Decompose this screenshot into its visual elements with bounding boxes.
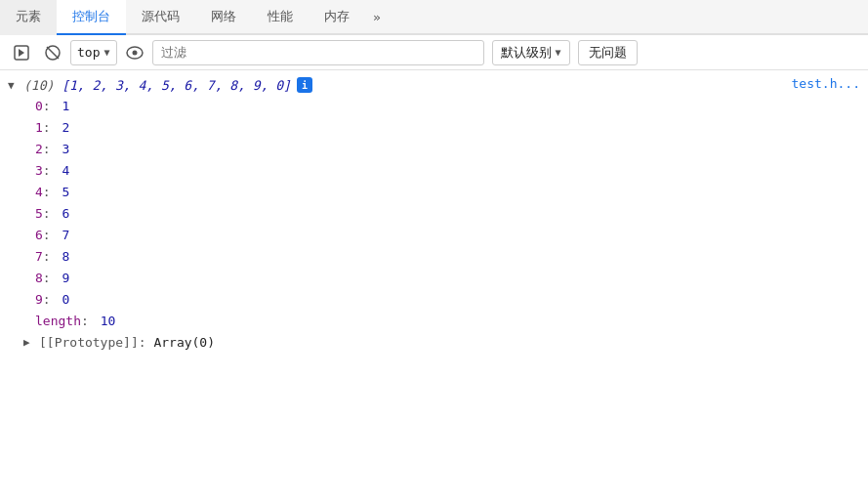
clear-icon xyxy=(45,45,61,61)
length-colon: : xyxy=(81,312,97,331)
table-row: 6 : 7 xyxy=(0,225,868,246)
property-rows: 0 : 1 1 : 2 2 : 3 3 : 4 4 : 5 5 : 6 6 : … xyxy=(0,96,868,311)
tab-network-label: 网络 xyxy=(211,8,236,25)
tab-performance-label: 性能 xyxy=(268,8,293,25)
prop-value: 6 xyxy=(62,204,69,224)
prop-colon: : xyxy=(43,183,59,202)
tab-elements-label: 元素 xyxy=(16,8,41,25)
prop-colon: : xyxy=(43,118,59,138)
prototype-row[interactable]: ▶ [[Prototype]] : Array(0) xyxy=(0,332,868,354)
context-selector[interactable]: top ▼ xyxy=(70,40,117,65)
prop-value: 1 xyxy=(62,97,69,116)
length-row: length : 10 xyxy=(0,311,868,332)
svg-point-4 xyxy=(132,50,137,55)
length-key: length xyxy=(35,312,81,331)
tabs-overflow-button[interactable]: » xyxy=(365,0,389,33)
tab-console[interactable]: 控制台 xyxy=(57,0,126,35)
prop-colon: : xyxy=(43,290,59,310)
prop-key: 6 xyxy=(35,226,43,245)
prop-value: 8 xyxy=(62,247,69,267)
tab-sources-label: 源代码 xyxy=(142,8,180,25)
context-label: top xyxy=(77,45,100,60)
prop-key: 7 xyxy=(35,247,43,267)
table-row: 8 : 9 xyxy=(0,268,868,289)
prop-key: 0 xyxy=(35,97,43,116)
clear-console-button[interactable] xyxy=(39,39,66,66)
prop-colon: : xyxy=(43,247,59,267)
prototype-key: [[Prototype]] xyxy=(39,333,139,353)
prop-colon: : xyxy=(43,204,59,224)
table-row: 4 : 5 xyxy=(0,182,868,203)
prop-colon: : xyxy=(43,269,59,288)
expand-prototype-icon[interactable]: ▶ xyxy=(23,333,35,353)
prop-value: 2 xyxy=(62,118,69,138)
execute-script-button[interactable] xyxy=(8,39,35,66)
filter-input[interactable] xyxy=(152,40,484,65)
log-level-selector[interactable]: 默认级别 ▼ xyxy=(492,40,570,65)
prop-key: 3 xyxy=(35,161,43,181)
source-link-text: test.h... xyxy=(792,76,860,91)
tab-network[interactable]: 网络 xyxy=(195,0,252,35)
table-row: 0 : 1 xyxy=(0,96,868,117)
prop-value: 3 xyxy=(62,140,69,159)
tab-elements[interactable]: 元素 xyxy=(0,0,57,35)
info-badge[interactable]: i xyxy=(297,77,312,93)
array-header-row[interactable]: ▼ (10) [1, 2, 3, 4, 5, 6, 7, 8, 9, 0] i … xyxy=(0,74,868,96)
prop-key: 2 xyxy=(35,140,43,159)
prop-key: 4 xyxy=(35,183,43,202)
array-values-preview: [1, 2, 3, 4, 5, 6, 7, 8, 9, 0] xyxy=(62,78,291,93)
svg-line-2 xyxy=(47,47,59,59)
prototype-colon: : xyxy=(139,333,154,353)
level-label: 默认级别 xyxy=(501,44,552,62)
table-row: 3 : 4 xyxy=(0,160,868,182)
tab-console-label: 控制台 xyxy=(72,8,110,25)
no-issues-button[interactable]: 无问题 xyxy=(578,40,638,65)
prop-key: 1 xyxy=(35,118,43,138)
prop-colon: : xyxy=(43,140,59,159)
no-issues-label: 无问题 xyxy=(589,45,627,60)
console-output: ▼ (10) [1, 2, 3, 4, 5, 6, 7, 8, 9, 0] i … xyxy=(0,70,868,504)
prop-value: 4 xyxy=(62,161,69,181)
tabs-overflow-icon: » xyxy=(373,10,381,24)
tab-memory[interactable]: 内存 xyxy=(309,0,365,35)
table-row: 9 : 0 xyxy=(0,289,868,311)
prop-value: 7 xyxy=(62,226,69,245)
prop-value: 9 xyxy=(62,269,69,288)
array-preview: (10) [1, 2, 3, 4, 5, 6, 7, 8, 9, 0] xyxy=(23,78,291,93)
tab-memory-label: 内存 xyxy=(324,8,350,25)
table-row: 1 : 2 xyxy=(0,117,868,139)
prop-key: 9 xyxy=(35,290,43,310)
source-link[interactable]: test.h... xyxy=(784,74,868,93)
prototype-value: Array(0) xyxy=(153,333,215,353)
eye-icon xyxy=(126,46,144,60)
table-row: 2 : 3 xyxy=(0,139,868,160)
prop-value: 5 xyxy=(62,183,69,202)
prop-colon: : xyxy=(43,161,59,181)
prop-colon: : xyxy=(43,97,59,116)
tab-sources[interactable]: 源代码 xyxy=(126,0,195,35)
table-row: 7 : 8 xyxy=(0,246,868,268)
prop-key: 8 xyxy=(35,269,43,288)
prop-key: 5 xyxy=(35,204,43,224)
collapse-array-icon[interactable]: ▼ xyxy=(8,79,20,92)
prop-value: 0 xyxy=(62,290,69,310)
level-arrow-icon: ▼ xyxy=(556,47,561,58)
context-arrow-icon: ▼ xyxy=(103,47,109,58)
array-count: (10) xyxy=(23,78,62,93)
live-expressions-button[interactable] xyxy=(121,39,148,66)
table-row: 5 : 6 xyxy=(0,203,868,225)
length-value: 10 xyxy=(101,312,116,331)
console-toolbar: top ▼ 默认级别 ▼ 无问题 xyxy=(0,35,868,70)
tab-performance[interactable]: 性能 xyxy=(252,0,309,35)
tab-bar: 元素 控制台 源代码 网络 性能 内存 » xyxy=(0,0,868,35)
prop-colon: : xyxy=(43,226,59,245)
execute-icon xyxy=(14,45,29,61)
